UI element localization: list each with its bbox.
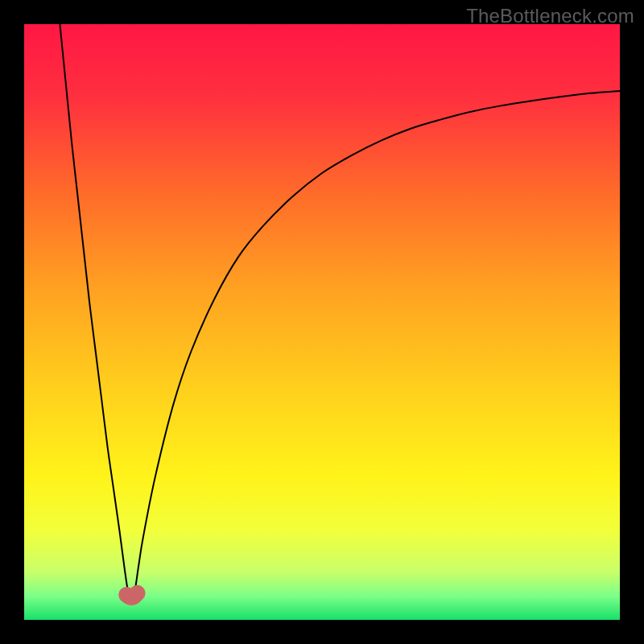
chart-frame: TheBottleneck.com: [0, 0, 644, 644]
plot-area: [24, 24, 620, 620]
watermark-text: TheBottleneck.com: [466, 5, 634, 27]
svg-point-1: [130, 585, 146, 601]
chart-svg: [24, 24, 620, 620]
gradient-background: [24, 24, 620, 620]
